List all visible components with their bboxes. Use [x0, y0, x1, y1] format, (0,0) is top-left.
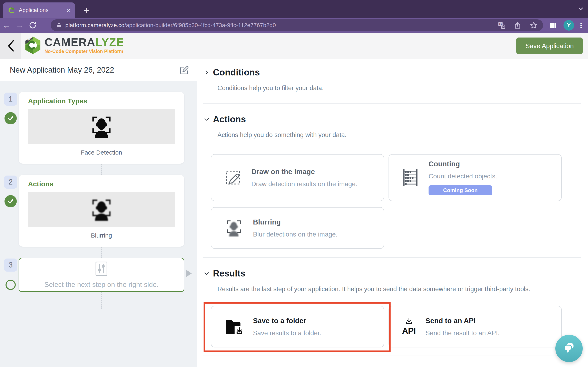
blurring-icon [224, 218, 243, 237]
actions-section: Actions Actions help you do something wi… [200, 114, 581, 258]
step-connector [102, 292, 197, 309]
section-divider [203, 356, 581, 356]
reload-button[interactable] [26, 21, 39, 29]
conditions-subtitle: Conditions help you to filter your data. [217, 84, 581, 92]
step-connector [102, 164, 197, 175]
counting-card-title: Counting [429, 160, 497, 168]
chat-widget-button[interactable] [555, 335, 583, 362]
logo-wordmark: CAMERALYZE [44, 36, 124, 48]
sliders-icon [95, 261, 108, 276]
action-card-draw[interactable]: Draw on the Image Draw detection results… [211, 154, 384, 201]
step-2-row: 2 Actions [18, 175, 184, 247]
step-1-preview [28, 109, 175, 144]
application-title: New Application May 26, 2022 [10, 66, 180, 75]
step-3-arrow-icon [186, 270, 192, 277]
save-application-button[interactable]: Save Application [516, 38, 583, 54]
action-card-counting[interactable]: Counting Count detected objects. Coming … [389, 154, 562, 201]
new-tab-button[interactable]: + [79, 2, 94, 18]
conditions-header[interactable]: Conditions [200, 67, 581, 77]
step-1-number: 1 [4, 92, 17, 106]
step-3-incomplete-icon [6, 280, 16, 290]
results-section: Results Results are the last step of you… [200, 268, 581, 356]
conditions-section: Conditions Conditions help you to filter… [200, 67, 581, 104]
save-folder-title: Save to a folder [253, 317, 321, 325]
url-text: platform.cameralyze.co/application-build… [65, 22, 494, 29]
counting-abacus-icon [402, 168, 419, 187]
api-icon-text: API [402, 326, 416, 336]
results-title: Results [213, 268, 245, 278]
section-divider [203, 257, 581, 258]
edit-title-icon[interactable] [180, 66, 189, 75]
back-button[interactable]: ← [0, 21, 13, 30]
conditions-title: Conditions [213, 67, 260, 77]
step-1-card[interactable]: Application Types Face Detection [18, 92, 184, 164]
send-api-icon: API [402, 317, 416, 336]
highlight-annotation: Save to a folder Save results to a folde… [211, 306, 384, 347]
step-2-number: 2 [4, 175, 17, 189]
browser-menu-icon[interactable]: ⋮ [577, 19, 585, 31]
side-panel-icon[interactable] [549, 21, 557, 31]
result-card-send-api[interactable]: API Send to an API Send the result to an… [389, 306, 562, 347]
chevron-down-icon [204, 116, 210, 123]
profile-avatar[interactable]: Y [563, 20, 574, 31]
step-2-preview [28, 192, 175, 227]
send-api-title: Send to an API [425, 317, 500, 325]
step-1-row: 1 Application Types [18, 92, 184, 164]
step-3-placeholder-text: Select the next step on the right side. [44, 281, 158, 289]
lock-icon [56, 22, 62, 28]
share-icon[interactable] [514, 21, 521, 29]
logo-tagline: No-Code Computer Vision Platform [44, 49, 124, 54]
forward-button[interactable]: → [13, 21, 26, 30]
step-3-row: 3 Select the next step on the right side… [0, 258, 197, 292]
tab-search-chevron-icon[interactable] [577, 5, 584, 13]
tab-title: Applications [19, 7, 67, 13]
url-domain: platform.cameralyze.co [65, 22, 124, 28]
blurred-face-icon [89, 197, 114, 222]
step-3-placeholder-card[interactable]: Select the next step on the right side. [18, 258, 184, 292]
chevron-down-icon [204, 270, 210, 277]
translate-icon[interactable]: G [498, 21, 506, 29]
step-3-number: 3 [4, 259, 17, 272]
coming-soon-badge: Coming Soon [429, 185, 492, 195]
url-path: /application-builder/6f985b30-4fcd-473a-… [124, 22, 276, 28]
step-2-complete-icon [4, 195, 17, 207]
url-bar[interactable]: platform.cameralyze.co/application-build… [51, 19, 543, 31]
step-1-complete-icon [4, 112, 17, 124]
app-header: Beta CAMERALYZE No-Code Computer Vision … [0, 33, 588, 59]
actions-header[interactable]: Actions [200, 114, 581, 124]
step-picker-panel: Conditions Conditions help you to filter… [197, 59, 588, 367]
step-1-title: Application Types [28, 97, 175, 105]
chat-bubbles-icon [562, 341, 576, 356]
send-api-subtitle: Send the result to an API. [425, 329, 500, 337]
cameralyze-favicon [8, 7, 15, 13]
actions-title: Actions [213, 114, 246, 124]
cameralyze-logo-mark: Beta [24, 35, 42, 55]
results-subtitle: Results are the last step of your applic… [217, 285, 581, 293]
browser-toolbar: ← → platform.cameralyze.co/application-b… [0, 18, 588, 33]
face-detection-icon [89, 114, 114, 139]
step-2-title: Actions [28, 180, 175, 188]
blurring-card-title: Blurring [253, 218, 337, 226]
result-card-save-folder[interactable]: Save to a folder Save results to a folde… [211, 306, 384, 347]
actions-subtitle: Actions help you do something with your … [217, 131, 581, 139]
bookmark-star-icon[interactable] [530, 21, 538, 29]
action-card-blurring[interactable]: Blurring Blur detections on the image. [211, 207, 384, 249]
draw-card-subtitle: Draw detection results on the image. [251, 180, 357, 188]
browser-tab[interactable]: Applications × [3, 2, 75, 18]
section-divider [203, 103, 581, 104]
save-folder-icon [224, 317, 243, 336]
results-header[interactable]: Results [200, 268, 581, 278]
workflow-sidebar: New Application May 26, 2022 1 Applicati… [0, 59, 197, 367]
application-title-bar: New Application May 26, 2022 [0, 59, 197, 81]
step-2-card[interactable]: Actions Blurring [18, 175, 184, 247]
app-back-button[interactable] [0, 33, 21, 59]
save-folder-subtitle: Save results to a folder. [253, 329, 321, 337]
close-tab-icon[interactable]: × [67, 7, 71, 14]
step-2-label: Blurring [28, 232, 175, 239]
draw-card-title: Draw on the Image [251, 167, 357, 176]
draw-on-image-icon [224, 169, 242, 186]
step-connector [102, 247, 197, 258]
chevron-right-icon [204, 69, 210, 76]
cameralyze-logo: Beta CAMERALYZE No-Code Computer Vision … [24, 35, 124, 55]
step-1-label: Face Detection [28, 149, 175, 156]
